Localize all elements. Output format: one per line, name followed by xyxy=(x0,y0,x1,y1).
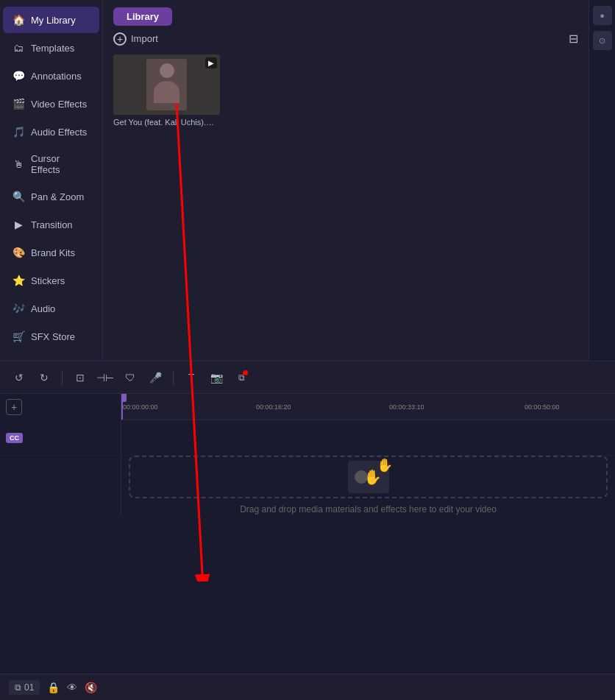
timeline-toolbar: ↺ ↻ ⊡ ⊣⊢ 🛡 🎤 T 📷 ⧉ xyxy=(0,361,615,394)
audio-effects-icon: 🎵 xyxy=(12,125,25,138)
sidebar: 🏠 My Library 🗂 Templates 💬 Annotations 🎬… xyxy=(0,0,103,361)
filter-icon[interactable]: ⊟ xyxy=(569,32,578,46)
brand-icon: 🎨 xyxy=(12,246,25,259)
sidebar-item-label: My Library xyxy=(31,15,76,26)
sidebar-item-cursor-effects[interactable]: 🖱 Cursor Effects xyxy=(3,146,99,182)
annotations-icon: 💬 xyxy=(12,69,25,82)
redo-button[interactable]: ↻ xyxy=(34,367,54,388)
transition-icon: ▶ xyxy=(12,218,25,231)
stickers-icon: ⭐ xyxy=(12,274,25,287)
media-item[interactable]: ▶ Get You (feat. Kali Uchis).mp4 xyxy=(113,54,220,127)
crop-button[interactable]: ⊡ xyxy=(70,367,90,388)
sidebar-item-annotations[interactable]: 💬 Annotations xyxy=(3,63,99,89)
mic-button[interactable]: 🎤 xyxy=(145,367,166,388)
import-button[interactable]: + Import xyxy=(113,32,158,46)
sidebar-item-video-effects[interactable]: 🎬 Video Effects xyxy=(3,91,99,117)
sidebar-item-label: Transition xyxy=(31,219,73,230)
sidebar-item-label: Stickers xyxy=(31,275,65,286)
sidebar-item-label: Video Effects xyxy=(31,99,87,110)
track-content[interactable] xyxy=(121,420,615,455)
camera-button[interactable]: 📷 xyxy=(206,367,227,388)
sidebar-item-label: Audio xyxy=(31,303,55,314)
sidebar-item-label: Annotations xyxy=(31,71,82,82)
audio-icon: 🎶 xyxy=(12,302,25,315)
media-thumbnail: ▶ xyxy=(113,54,220,115)
sfx-store-icon: 🛒 xyxy=(12,330,25,343)
toolbar-separator-2 xyxy=(173,370,174,385)
layer-count-badge[interactable]: ⧉ 01 xyxy=(9,680,40,695)
settings-panel-btn[interactable]: ⊙ xyxy=(593,31,612,50)
placeholder-media-icon: ✋ xyxy=(348,461,389,493)
toggle-button[interactable]: ● xyxy=(593,6,612,25)
library-tab-bar: Library xyxy=(103,0,589,26)
sidebar-item-label: Templates xyxy=(31,43,74,54)
home-icon: 🏠 xyxy=(12,13,25,26)
add-track-button[interactable]: + xyxy=(6,399,22,415)
mute-button[interactable]: 🔇 xyxy=(85,682,97,693)
playhead xyxy=(121,394,123,420)
media-grid: ▶ Get You (feat. Kali Uchis).mp4 xyxy=(103,52,589,130)
sidebar-item-label: Audio Effects xyxy=(31,127,87,138)
layer-count: 01 xyxy=(24,682,34,693)
library-panel: Library + Import ⊟ xyxy=(103,0,589,361)
split-button[interactable]: ⊣⊢ xyxy=(95,367,115,388)
video-effects-icon: 🎬 xyxy=(12,97,25,110)
sidebar-item-pan-zoom[interactable]: 🔍 Pan & Zoom xyxy=(3,183,99,210)
sidebar-item-label: Cursor Effects xyxy=(31,153,90,175)
import-plus-icon: + xyxy=(113,32,127,46)
drop-zone-placeholder: ✋ xyxy=(129,456,608,498)
sidebar-item-transition[interactable]: ▶ Transition xyxy=(3,211,99,238)
ruler-mark-3: 00:00:50:00 xyxy=(525,403,560,411)
media-type-badge: ▶ xyxy=(205,57,217,68)
eye-button[interactable]: 👁 xyxy=(67,682,77,693)
playhead-head xyxy=(121,394,127,402)
layers-button[interactable]: ⧉ xyxy=(231,367,252,388)
ruler-mark-0: 00:00:00:00 xyxy=(123,403,158,411)
sidebar-item-audio[interactable]: 🎶 Audio xyxy=(3,295,99,322)
right-panel: ● ⊙ xyxy=(589,0,615,361)
sidebar-item-audio-effects[interactable]: 🎵 Audio Effects xyxy=(3,119,99,145)
track-label: CC xyxy=(0,420,121,455)
pan-zoom-icon: 🔍 xyxy=(12,190,25,203)
svg-line-1 xyxy=(177,103,202,361)
cc-track-row: CC xyxy=(0,420,615,456)
sidebar-item-sfx-store[interactable]: 🛒 SFX Store xyxy=(3,323,99,350)
shield-button[interactable]: 🛡 xyxy=(120,367,141,388)
bottom-status-bar: ⧉ 01 🔒 👁 🔇 xyxy=(0,674,615,700)
undo-button[interactable]: ↺ xyxy=(9,367,29,388)
cursor-effects-icon: 🖱 xyxy=(12,158,25,171)
sidebar-item-my-library[interactable]: 🏠 My Library xyxy=(3,7,99,33)
hand-icon: ✋ xyxy=(363,468,382,486)
sidebar-item-templates[interactable]: 🗂 Templates xyxy=(3,35,99,61)
ruler-mark-1: 00:00:16:20 xyxy=(256,403,291,411)
drop-zone-label-area xyxy=(0,456,121,515)
ruler-mark-2: 00:00:33:10 xyxy=(389,403,424,411)
timeline-track-area: + 00:00:00:00 00:00:16:20 00:00:33:10 00… xyxy=(0,394,615,674)
toolbar-separator-1 xyxy=(62,370,63,385)
lock-button[interactable]: 🔒 xyxy=(47,682,60,693)
media-thumb-image xyxy=(113,54,220,115)
cc-badge: CC xyxy=(6,433,23,443)
text-button[interactable]: T xyxy=(181,367,202,388)
drop-hint-text: Drag and drop media materials and effect… xyxy=(240,504,497,515)
templates-icon: 🗂 xyxy=(12,41,25,54)
sidebar-item-label: SFX Store xyxy=(31,331,75,342)
sidebar-item-label: Brand Kits xyxy=(31,247,75,258)
timeline-section: ↺ ↻ ⊡ ⊣⊢ 🛡 🎤 T 📷 ⧉ xyxy=(0,361,615,700)
drop-zone-content[interactable]: ✋ Drag and drop media materials and effe… xyxy=(121,456,615,515)
drop-zone-row: ✋ Drag and drop media materials and effe… xyxy=(0,456,615,515)
library-tab[interactable]: Library xyxy=(113,7,172,26)
sidebar-item-brand-kits[interactable]: 🎨 Brand Kits xyxy=(3,239,99,266)
sidebar-item-label: Pan & Zoom xyxy=(31,191,84,202)
library-toolbar: + Import ⊟ xyxy=(103,26,589,52)
sidebar-item-stickers[interactable]: ⭐ Stickers xyxy=(3,267,99,294)
media-filename: Get You (feat. Kali Uchis).mp4 xyxy=(113,118,220,127)
